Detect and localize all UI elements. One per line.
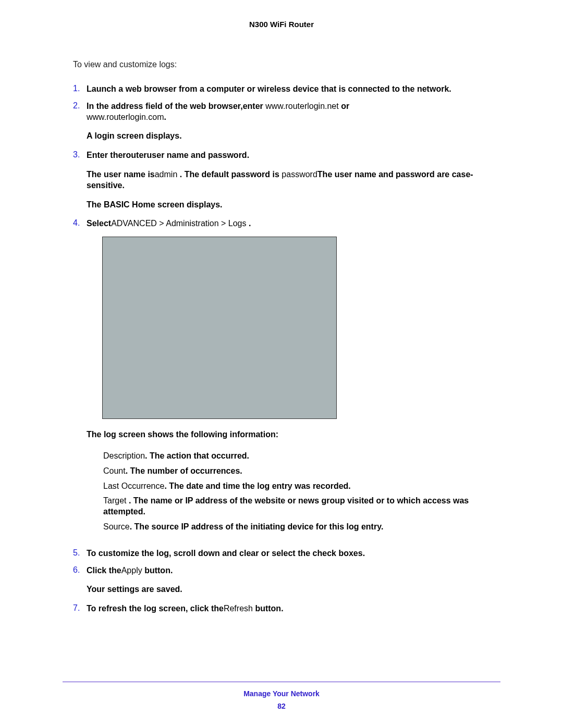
log-term: Target [103, 496, 126, 505]
s7-b: Refresh [224, 604, 253, 613]
step-3: 3. Enter therouteruser name and password… [73, 150, 500, 212]
step-4: 4. SelectADVANCED > Administration > Log… [73, 218, 500, 541]
footer-section-title: Manage Your Network [0, 689, 563, 698]
s3-a: Enter the [87, 151, 123, 159]
log-item: Target . The name or IP address of the w… [103, 496, 500, 517]
step-1: 1. Launch a web browser from a computer … [73, 84, 500, 95]
content-body: To view and customize logs: 1. Launch a … [0, 29, 563, 614]
log-term: Count [103, 466, 126, 475]
step-body: To refresh the log screen, click theRefr… [87, 603, 500, 614]
log-desc: The number of occurrences. [130, 466, 242, 475]
s3-l2c: . The default password is [180, 170, 282, 179]
s3-c: user name and password. [147, 151, 250, 159]
step-body: SelectADVANCED > Administration > Logs .… [87, 218, 500, 541]
log-desc: The source IP address of the initiating … [134, 522, 384, 531]
s6-c: button. [142, 566, 173, 575]
s6-a: Click the [87, 566, 121, 575]
step-number: 5. [73, 548, 87, 559]
log-item: Count. The number of occurrences. [103, 466, 500, 477]
screenshot-placeholder [102, 237, 337, 419]
page-header: N300 WiFi Router [0, 0, 563, 29]
s4-select: Select [87, 219, 111, 228]
step-5: 5. To customize the log, scroll down and… [73, 548, 500, 559]
s3-line3: The BASIC Home screen displays. [87, 200, 500, 211]
s3-l2d: password [282, 170, 317, 179]
header-title: N300 WiFi Router [249, 20, 314, 29]
step-body: Launch a web browser from a computer or … [87, 84, 500, 95]
step-number: 2. [73, 101, 87, 144]
s4-path: ADVANCED > Administration > Logs [111, 219, 249, 228]
step-body: To customize the log, scroll down and cl… [87, 548, 500, 559]
step-body: Click theApply button. Your settings are… [87, 565, 500, 598]
log-dot: . [126, 496, 133, 505]
log-dot: . [164, 482, 169, 490]
s3-b: router [123, 151, 146, 159]
log-dot: . [130, 522, 134, 531]
step2-login: A login screen displays. [87, 131, 500, 142]
log-desc: The action that occurred. [150, 451, 249, 460]
step2-url1: www.routerlogin.net [263, 102, 341, 110]
step-number: 1. [73, 84, 87, 95]
log-term: Last Occurrence [103, 482, 164, 490]
s3-l2b: admin [155, 170, 180, 179]
log-item: Source. The source IP address of the ini… [103, 522, 500, 533]
log-dot: . [145, 451, 150, 460]
log-info-intro: The log screen shows the following infor… [87, 429, 500, 440]
log-desc: The name or IP address of the website or… [103, 496, 469, 516]
log-term: Source [103, 522, 130, 531]
log-term: Description [103, 451, 145, 460]
log-desc: The date and time the log entry was reco… [169, 482, 351, 490]
step-6: 6. Click theApply button. Your settings … [73, 565, 500, 598]
intro-text: To view and customize logs: [73, 60, 500, 69]
log-item: Description. The action that occurred. [103, 451, 500, 462]
footer-page-number: 82 [0, 702, 563, 710]
step-number: 6. [73, 565, 87, 598]
s6-saved: Your settings are saved. [87, 584, 500, 595]
step-7: 7. To refresh the log screen, click theR… [73, 603, 500, 614]
footer-divider [63, 682, 500, 682]
step-number: 3. [73, 150, 87, 212]
step2-dot: . [164, 113, 166, 121]
step2-prefix: In the address field of the web browser, [87, 102, 243, 110]
step2-url2: www.routerlogin.com [87, 113, 164, 121]
log-item: Last Occurrence. The date and time the l… [103, 481, 500, 492]
s7-a: To refresh the log screen, click the [87, 604, 224, 613]
step2-enter: enter [243, 102, 263, 110]
log-dot: . [126, 466, 130, 475]
step-body: Enter therouteruser name and password. T… [87, 150, 500, 212]
s3-l2a: The user name is [87, 170, 155, 179]
s3-line2: The user name isadmin . The default pass… [87, 169, 500, 191]
step-number: 7. [73, 603, 87, 614]
step2-or: or [341, 102, 349, 110]
page-footer: Manage Your Network 82 [0, 682, 563, 710]
s4-dot: . [249, 219, 251, 228]
s7-c: button. [253, 604, 284, 613]
step-body: In the address field of the web browser,… [87, 101, 500, 144]
s6-b: Apply [121, 566, 142, 575]
step-2: 2. In the address field of the web brows… [73, 101, 500, 144]
step-number: 4. [73, 218, 87, 541]
